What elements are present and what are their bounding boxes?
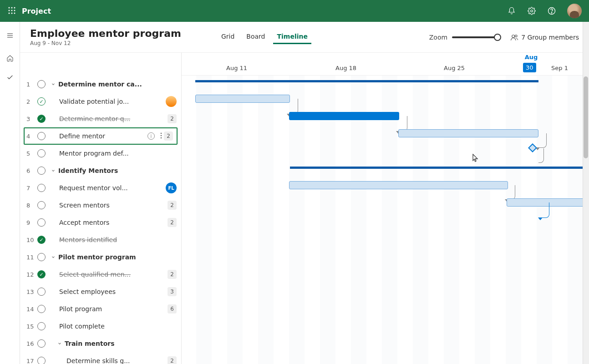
status-toggle[interactable]	[37, 305, 46, 313]
row-number: 4	[26, 133, 37, 140]
settings-icon[interactable]	[523, 3, 540, 19]
row-number: 13	[26, 288, 37, 295]
app-title: Project	[22, 7, 51, 15]
status-toggle[interactable]	[37, 184, 46, 192]
svg-point-1	[11, 7, 13, 9]
timeline-month: Aug	[524, 54, 538, 61]
app-launcher-icon[interactable]	[5, 4, 19, 18]
cursor-icon	[472, 154, 478, 164]
project-daterange: Aug 9 - Nov 12	[30, 40, 181, 46]
task-row[interactable]: 10Mentors identified	[20, 231, 181, 248]
task-row[interactable]: 3Determine mentor q...2	[20, 110, 181, 127]
status-toggle[interactable]	[37, 80, 46, 88]
scrollbar[interactable]	[583, 22, 589, 364]
status-toggle[interactable]	[37, 322, 46, 330]
status-toggle[interactable]	[37, 270, 46, 278]
chevron-down-icon[interactable]	[50, 255, 56, 259]
group-members-button[interactable]: 7 Group members	[510, 33, 579, 41]
status-toggle[interactable]	[37, 253, 46, 261]
status-toggle[interactable]	[37, 339, 46, 348]
task-row[interactable]: 8Screen mentors2	[20, 197, 181, 214]
more-icon[interactable]	[158, 132, 164, 140]
status-toggle[interactable]	[37, 149, 46, 157]
status-toggle[interactable]	[37, 201, 46, 209]
status-toggle[interactable]	[37, 97, 46, 106]
assignee-avatar[interactable]	[166, 96, 177, 107]
task-row[interactable]: 13Select employees3	[20, 283, 181, 300]
task-row[interactable]: 15Pilot complete	[20, 318, 181, 335]
row-number: 8	[26, 202, 37, 209]
view-tabs: Grid Board Timeline	[218, 30, 311, 44]
count-badge: 6	[168, 304, 177, 313]
task-bar[interactable]	[398, 129, 538, 137]
status-toggle[interactable]	[37, 132, 46, 140]
hamburger-icon[interactable]	[2, 27, 18, 44]
timeline-today[interactable]: 30	[523, 63, 536, 72]
row-number: 14	[26, 306, 37, 313]
tab-timeline[interactable]: Timeline	[273, 30, 311, 44]
count-badge: 3	[168, 287, 177, 296]
chevron-down-icon[interactable]	[50, 168, 56, 173]
task-label: Determine skills g...	[66, 357, 168, 364]
task-row[interactable]: 16Train mentors	[20, 335, 181, 352]
task-label: Pilot mentor program	[58, 253, 181, 261]
timeline-date: Aug 25	[444, 65, 465, 71]
count-badge: 2	[168, 270, 177, 279]
zoom-control: Zoom	[429, 34, 498, 41]
summary-bar[interactable]	[195, 80, 538, 82]
milestone[interactable]	[528, 143, 537, 152]
tab-grid[interactable]: Grid	[218, 30, 238, 44]
count-badge: 2	[168, 356, 177, 364]
svg-point-19	[161, 137, 162, 138]
info-icon[interactable]: i	[147, 132, 155, 140]
svg-point-8	[14, 13, 15, 14]
svg-point-16	[515, 35, 518, 37]
assignee-avatar[interactable]: FL	[166, 182, 177, 193]
task-row[interactable]: 1Determine mentor ca...	[20, 76, 181, 93]
timeline-header: Aug30Aug 11Aug 18Aug 25Sep 1	[182, 53, 589, 76]
task-row[interactable]: 5Mentor program def...	[20, 145, 181, 162]
task-row[interactable]: 11Pilot mentor program	[20, 248, 181, 266]
timeline-date: Aug 18	[335, 65, 356, 71]
zoom-slider[interactable]	[452, 36, 498, 38]
row-number: 12	[26, 271, 37, 278]
task-row[interactable]: 4Define mentori2	[24, 127, 178, 145]
svg-point-17	[161, 132, 162, 134]
row-number: 1	[26, 81, 37, 88]
task-label: Define mentor	[59, 132, 145, 140]
home-icon[interactable]	[2, 50, 18, 66]
summary-bar[interactable]	[290, 167, 589, 169]
chevron-down-icon[interactable]	[50, 82, 56, 86]
row-number: 17	[26, 358, 37, 364]
task-row[interactable]: 9Accept mentors2	[20, 214, 181, 231]
check-icon[interactable]	[2, 69, 18, 86]
task-label: Pilot complete	[59, 323, 181, 330]
timeline-area[interactable]: Aug30Aug 11Aug 18Aug 25Sep 1	[182, 53, 589, 364]
row-number: 11	[26, 254, 37, 261]
notifications-icon[interactable]	[503, 3, 520, 19]
row-number: 16	[26, 340, 37, 347]
task-row[interactable]: 14Pilot program6	[20, 300, 181, 318]
row-number: 15	[26, 323, 37, 330]
status-toggle[interactable]	[37, 115, 46, 123]
task-row[interactable]: 2Validate potential jo...	[20, 93, 181, 110]
status-toggle[interactable]	[37, 236, 46, 244]
task-row[interactable]: 7Request mentor vol...FL	[20, 179, 181, 197]
chevron-down-icon[interactable]	[56, 341, 63, 346]
task-label: Determine mentor q...	[59, 115, 168, 122]
task-row[interactable]: 6Identify Mentors	[20, 162, 181, 179]
row-number: 3	[26, 116, 37, 122]
svg-point-9	[531, 10, 533, 12]
status-toggle[interactable]	[37, 167, 46, 175]
status-toggle[interactable]	[37, 357, 46, 364]
task-row[interactable]: 12Select qualified men...2	[20, 266, 181, 283]
task-bar[interactable]	[289, 181, 508, 189]
task-bar[interactable]	[195, 95, 290, 103]
task-row[interactable]: 17Determine skills g...2	[20, 352, 181, 364]
task-bar[interactable]	[289, 112, 399, 120]
tab-board[interactable]: Board	[243, 30, 269, 44]
status-toggle[interactable]	[37, 288, 46, 296]
help-icon[interactable]	[543, 3, 560, 19]
user-avatar[interactable]	[566, 3, 583, 19]
status-toggle[interactable]	[37, 218, 46, 227]
